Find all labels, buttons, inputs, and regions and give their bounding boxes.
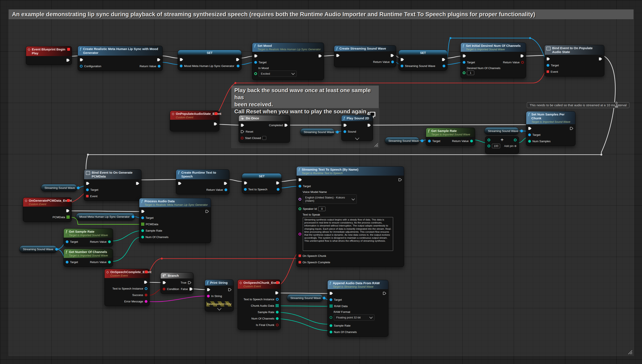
num-samples-pin[interactable] bbox=[528, 140, 531, 143]
variable-get-pill-mood-gen[interactable]: Mood Meta Human Lip Sync Generator bbox=[76, 213, 135, 220]
out-pin[interactable] bbox=[205, 210, 209, 213]
out-pin[interactable] bbox=[443, 64, 445, 67]
out-pin[interactable] bbox=[599, 57, 602, 60]
out-pin[interactable] bbox=[228, 288, 232, 291]
node-print-string[interactable]: ƒPrint StringIn StringDevelopment Only bbox=[205, 280, 234, 312]
start-closed-pin[interactable] bbox=[241, 137, 244, 140]
checkbox[interactable] bbox=[262, 136, 266, 140]
node-get-sample-rate-2[interactable]: ƒGet Sample RateTarget is Imported Sound… bbox=[64, 228, 113, 246]
out-pin[interactable] bbox=[214, 122, 217, 126]
condition-pin[interactable] bbox=[163, 288, 165, 290]
return-value-pin[interactable] bbox=[158, 65, 161, 68]
variable-get-pill-ssw-3[interactable]: Streaming Sound Wave bbox=[484, 127, 519, 134]
out-pin[interactable] bbox=[367, 124, 371, 127]
playback-comment-resize-handle[interactable] bbox=[373, 142, 378, 147]
node-branch[interactable]: BranchTrueConditionFalse bbox=[161, 272, 194, 294]
delegate-pin[interactable] bbox=[67, 48, 70, 51]
expand-chevron-icon[interactable] bbox=[217, 306, 222, 310]
return-value-pin[interactable] bbox=[470, 140, 473, 142]
out-pin[interactable] bbox=[224, 182, 227, 185]
in-pin[interactable] bbox=[336, 54, 340, 57]
divide-value-box[interactable]: 100 bbox=[492, 144, 500, 148]
raw-data-pin[interactable] bbox=[330, 304, 333, 308]
in-pin[interactable] bbox=[86, 182, 90, 185]
node-bind-event-populate-audio-state[interactable]: Bind Event to On Populate Audio StateTar… bbox=[544, 45, 604, 76]
out-pin[interactable] bbox=[391, 54, 394, 57]
text-to-speak-input[interactable]: Streaming synthesis output begins with a… bbox=[303, 217, 393, 251]
main-comment-title[interactable]: An example demonstrating lip sync during… bbox=[9, 10, 633, 19]
speaker-id-pin[interactable] bbox=[299, 208, 301, 210]
in-pin[interactable] bbox=[343, 124, 347, 127]
out-pin[interactable] bbox=[398, 178, 402, 181]
output-pin[interactable] bbox=[132, 215, 134, 218]
out-pin[interactable] bbox=[383, 292, 386, 295]
out-pin[interactable] bbox=[570, 127, 573, 130]
in-pin[interactable] bbox=[330, 292, 333, 295]
pcmdata-pin[interactable] bbox=[67, 216, 70, 218]
in-pin[interactable] bbox=[546, 57, 550, 60]
num-of-channels-pin[interactable] bbox=[276, 317, 279, 320]
node-set-initial-desired-num-channels[interactable]: ƒSet Initial Desired Num Of ChannelsTarg… bbox=[460, 42, 526, 78]
return-value-pin[interactable] bbox=[225, 188, 227, 191]
out-pin[interactable] bbox=[276, 181, 280, 184]
node-bind-event-generate-pcmdata[interactable]: Bind Event to On Generate PCMDataTargetE… bbox=[84, 170, 142, 201]
target-pin[interactable] bbox=[66, 261, 69, 264]
node-set-tts-var[interactable]: SETText to Speech bbox=[242, 173, 282, 194]
node-process-audio-data[interactable]: ƒProcess Audio DataTarget is Realistic M… bbox=[139, 198, 211, 243]
note-pin-icon[interactable] bbox=[614, 101, 619, 108]
out-pin[interactable] bbox=[66, 209, 70, 212]
event-pin[interactable] bbox=[86, 195, 89, 198]
dropdown[interactable]: Floating point 32-bit bbox=[334, 314, 374, 320]
divide-input-2-pin[interactable] bbox=[487, 144, 490, 147]
in-pin[interactable] bbox=[80, 58, 83, 62]
output-pin[interactable] bbox=[336, 131, 339, 134]
in-pin[interactable] bbox=[241, 124, 244, 127]
target-pin[interactable] bbox=[546, 64, 549, 67]
node-on-speech-chunk-event[interactable]: ◇OnSpeechChunk_EventCustom EventText to … bbox=[238, 280, 281, 330]
in-pin[interactable] bbox=[299, 198, 301, 200]
variable-get-pill-ssw-5[interactable]: Streaming Sound Wave bbox=[19, 246, 57, 253]
node-on-populate-audio-state-event[interactable]: ◇OnPopulateAudioState_EventCustom Event bbox=[170, 110, 219, 131]
output-pin[interactable] bbox=[520, 130, 523, 132]
in-pin[interactable] bbox=[299, 233, 301, 236]
node-begin-play[interactable]: ◇Event Blueprint Begin Play bbox=[26, 46, 72, 65]
node-get-number-of-channels[interactable]: ƒGet Number Of ChannelsTarget is Importe… bbox=[64, 249, 113, 267]
node-set-mood-var[interactable]: SETMood Meta Human Lip Sync Generator bbox=[178, 50, 242, 70]
out-pin[interactable] bbox=[144, 280, 148, 284]
in-string-pin[interactable] bbox=[207, 295, 210, 298]
target-pin[interactable] bbox=[330, 298, 332, 301]
variable-get-pill-ssw-4[interactable]: Streaming Sound Wave bbox=[41, 184, 77, 192]
node-do-once[interactable]: Do OnceCompletedResetStart Closed bbox=[239, 115, 290, 143]
sample-rate-pin[interactable] bbox=[276, 311, 279, 314]
output-pin[interactable] bbox=[55, 248, 58, 251]
out-pin[interactable] bbox=[237, 64, 239, 67]
delegate-pin[interactable] bbox=[276, 281, 279, 284]
in-pin[interactable] bbox=[254, 72, 257, 75]
variable-get-pill-ssw-1[interactable]: Streaming Sound Wave bbox=[300, 128, 335, 136]
node-on-generate-pcmdata-event[interactable]: ◇OnGeneratePCMData_EventCustom EventPCMD… bbox=[23, 198, 72, 222]
dropdown[interactable]: English (United States) - Kokoro (Adam) bbox=[303, 194, 357, 204]
num-of-channels-pin[interactable] bbox=[330, 331, 332, 334]
in-pin[interactable] bbox=[163, 281, 166, 284]
value-box[interactable]: 0 bbox=[318, 206, 325, 211]
out-pin[interactable] bbox=[66, 58, 70, 62]
out-pin[interactable] bbox=[442, 58, 445, 61]
in-pin[interactable] bbox=[141, 210, 145, 213]
in-pin[interactable] bbox=[180, 58, 183, 61]
in-pin[interactable] bbox=[528, 127, 531, 130]
node-streaming-tts-by-name[interactable]: ƒStreaming Text To Speech (By Name)Targe… bbox=[296, 166, 404, 267]
false-pin[interactable] bbox=[189, 288, 193, 291]
node-play-sound-2d[interactable]: ƒPlay Sound 2DSound bbox=[341, 115, 373, 141]
delegate-pin[interactable] bbox=[67, 199, 70, 202]
in-pin[interactable] bbox=[330, 316, 332, 319]
node-set-streaming-sound-wave-var[interactable]: SETStreaming Sound Wave bbox=[398, 50, 447, 70]
true-pin[interactable] bbox=[188, 281, 191, 284]
return-value-pin[interactable] bbox=[108, 240, 111, 243]
on-speech-chunk-pin[interactable] bbox=[299, 254, 301, 257]
expand-chevron-icon[interactable] bbox=[355, 136, 359, 140]
add-pin-button[interactable]: Add pin ⊕ bbox=[504, 144, 517, 148]
output-pin[interactable] bbox=[421, 140, 423, 142]
mood-meta-human-lip-sync-generator-pin[interactable] bbox=[180, 64, 183, 67]
variable-get-pill-ssw-6[interactable]: Streaming Sound Wave bbox=[287, 294, 323, 302]
streaming-sound-wave-pin[interactable] bbox=[401, 64, 403, 67]
